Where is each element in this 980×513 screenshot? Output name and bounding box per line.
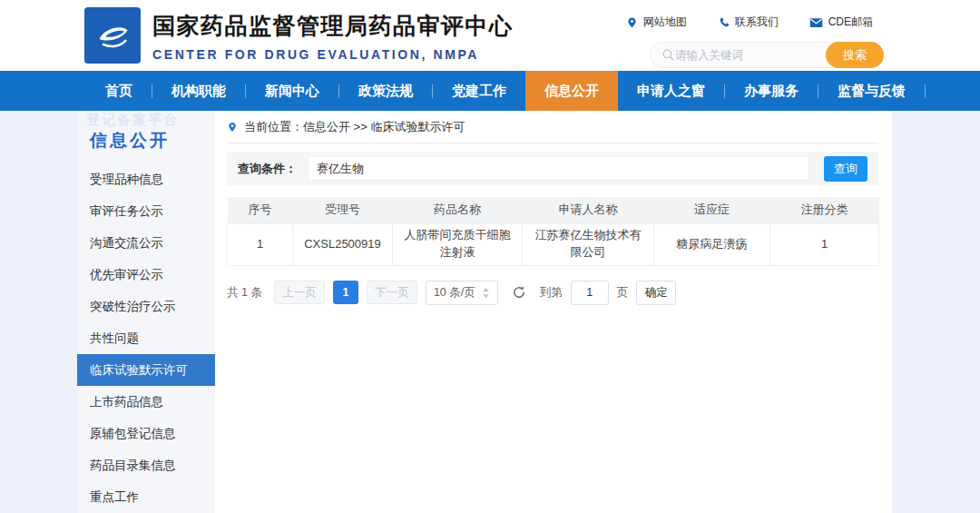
- page-size-label: 10 条/页: [434, 285, 475, 301]
- location-pin-icon: [227, 121, 238, 133]
- sidebar-item-priority-review[interactable]: 优先审评公示: [77, 259, 215, 291]
- column-header-drug-name: 药品名称: [393, 197, 523, 223]
- page-size-select[interactable]: 10 条/页: [426, 281, 498, 305]
- site-header: 国家药品监督管理局药品审评中心 CENTER FOR DRUG EVALUATI…: [0, 0, 980, 71]
- cell-registration-class: 1: [770, 223, 879, 265]
- phone-icon: [718, 16, 730, 28]
- pagination: 共 1 条 上一页 1 下一页 10 条/页 到第 页 确定: [227, 281, 892, 305]
- sidebar-title: 信息公开: [90, 129, 215, 153]
- sidebar-item-drug-catalog[interactable]: 药品目录集信息: [77, 449, 215, 481]
- nav-item-home[interactable]: 首页: [86, 71, 152, 111]
- prev-page-button[interactable]: 上一页: [274, 281, 325, 304]
- mailbox-link[interactable]: CDE邮箱: [809, 15, 873, 30]
- brand: 国家药品监督管理局药品审评中心 CENTER FOR DRUG EVALUATI…: [84, 7, 514, 64]
- goto-suffix-label: 页: [617, 285, 629, 301]
- query-bar: 查询条件： 查询: [227, 152, 878, 185]
- search-input[interactable]: [675, 49, 826, 62]
- table-header-row: 序号 受理号 药品名称 申请人名称 适应症 注册分类: [228, 197, 879, 223]
- sidebar-item-clinical-trial-implied-license[interactable]: 临床试验默示许可: [77, 354, 215, 386]
- nav-item-supervision[interactable]: 监督与反馈: [818, 71, 925, 111]
- nav-item-policies[interactable]: 政策法规: [339, 71, 432, 111]
- page: 国家药品监督管理局药品审评中心 CENTER FOR DRUG EVALUATI…: [0, 0, 980, 513]
- sitemap-link[interactable]: 网站地图: [626, 15, 687, 30]
- header-search: 搜索: [650, 42, 884, 68]
- contact-link[interactable]: 联系我们: [718, 15, 779, 30]
- query-input[interactable]: [308, 156, 809, 181]
- breadcrumb: 当前位置：信息公开 >> 临床试验默示许可: [227, 111, 878, 143]
- nav-separator: [925, 84, 926, 98]
- column-header-indication: 适应症: [654, 197, 770, 223]
- nav-item-functions[interactable]: 机构职能: [152, 71, 245, 111]
- cell-seq: 1: [228, 223, 293, 265]
- query-button[interactable]: 查询: [824, 156, 867, 182]
- table-row: 1 CXSL2500919 人脐带间充质干细胞注射液 江苏赛亿生物技术有限公司 …: [228, 223, 879, 265]
- cell-indication: 糖尿病足溃疡: [654, 223, 770, 265]
- map-pin-icon: [626, 16, 638, 29]
- mailbox-label: CDE邮箱: [828, 15, 873, 30]
- brand-titles: 国家药品监督管理局药品审评中心 CENTER FOR DRUG EVALUATI…: [152, 7, 514, 62]
- breadcrumb-text: 当前位置：信息公开 >> 临床试验默示许可: [244, 119, 465, 135]
- cde-logo-icon: [84, 7, 141, 64]
- select-arrows-icon: [482, 287, 490, 299]
- cell-applicant: 江苏赛亿生物技术有限公司: [523, 223, 654, 265]
- pagination-total: 共 1 条: [227, 285, 262, 301]
- nav-item-news[interactable]: 新闻中心: [246, 71, 338, 111]
- main-panel: 当前位置：信息公开 >> 临床试验默示许可 查询条件： 查询 序号 受理号 药品…: [215, 111, 892, 513]
- next-page-button[interactable]: 下一页: [367, 281, 417, 304]
- sidebar: 登记备案平台 信息公开 受理品种信息 审评任务公示 沟通交流公示 优先审评公示 …: [77, 111, 215, 513]
- sidebar-item-communication[interactable]: 沟通交流公示: [77, 227, 215, 259]
- site-title: 国家药品监督管理局药品审评中心: [152, 11, 514, 41]
- column-header-acceptance-no: 受理号: [293, 197, 393, 223]
- mail-icon: [809, 17, 823, 28]
- site-subtitle: CENTER FOR DRUG EVALUATION, NMPA: [152, 47, 514, 62]
- contact-label: 联系我们: [735, 15, 779, 30]
- sidebar-item-review-tasks[interactable]: 审评任务公示: [77, 195, 215, 227]
- content: 登记备案平台 信息公开 受理品种信息 审评任务公示 沟通交流公示 优先审评公示 …: [0, 111, 980, 513]
- main-nav: 首页 机构职能 新闻中心 政策法规 党建工作 信息公开 申请人之窗 办事服务 监…: [0, 71, 980, 111]
- cell-acceptance-no: CXSL2500919: [293, 223, 393, 265]
- nav-item-info-disclosure[interactable]: 信息公开: [525, 71, 618, 111]
- column-header-seq: 序号: [228, 197, 293, 223]
- search-button[interactable]: 搜索: [826, 42, 884, 68]
- sidebar-item-breakthrough-therapy[interactable]: 突破性治疗公示: [77, 291, 215, 322]
- page-number-button[interactable]: 1: [333, 281, 358, 304]
- sidebar-item-accepted-varieties[interactable]: 受理品种信息: [77, 163, 215, 195]
- search-box[interactable]: 搜索: [650, 42, 884, 68]
- refresh-icon[interactable]: [512, 285, 526, 300]
- sidebar-item-excipient-registration[interactable]: 原辅包登记信息: [77, 418, 215, 449]
- goto-prefix-label: 到第: [540, 285, 563, 301]
- nav-item-party[interactable]: 党建工作: [433, 71, 525, 111]
- confirm-button[interactable]: 确定: [636, 281, 676, 305]
- column-header-applicant: 申请人名称: [523, 197, 654, 223]
- quick-links: 网站地图 联系我们 CDE邮箱: [626, 15, 873, 30]
- nav-item-services[interactable]: 办事服务: [725, 71, 818, 111]
- search-icon: [662, 48, 675, 62]
- cell-drug-name: 人脐带间充质干细胞注射液: [393, 223, 523, 265]
- sidebar-item-common-issues[interactable]: 共性问题: [77, 322, 215, 354]
- sitemap-label: 网站地图: [643, 15, 687, 30]
- results-table: 序号 受理号 药品名称 申请人名称 适应症 注册分类 1 CXSL2500919…: [227, 197, 879, 266]
- nav-item-applicant-window[interactable]: 申请人之窗: [618, 71, 724, 111]
- sidebar-item-key-work[interactable]: 重点工作: [77, 481, 215, 513]
- goto-page-input[interactable]: [571, 281, 609, 305]
- watermark-text: 登记备案平台: [86, 112, 179, 129]
- sidebar-item-marketed-drugs[interactable]: 上市药品信息: [77, 386, 215, 418]
- query-label: 查询条件：: [238, 161, 297, 177]
- column-header-registration-class: 注册分类: [770, 197, 879, 223]
